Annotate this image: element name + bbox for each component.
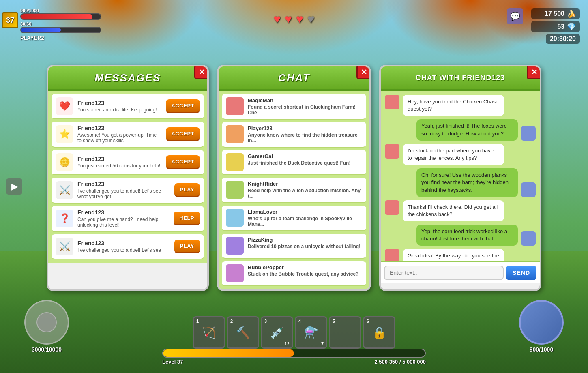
chat-bubble-outgoing: Yep, the corn feed trick worked like a c… xyxy=(385,225,536,246)
chat-close-button[interactable]: ✕ xyxy=(356,65,371,79)
bubble-text-outgoing: Oh, for sure! Use the wooden planks you … xyxy=(416,168,518,197)
joystick-inner xyxy=(36,312,57,332)
side-arrow-button[interactable]: ▶ xyxy=(6,178,22,195)
chat-content: GamerGal Just finished the Duck Detectiv… xyxy=(248,153,350,166)
chat-item[interactable]: LlamaLover Who's up for a team challenge… xyxy=(222,206,366,231)
private-chat-close-button[interactable]: ✕ xyxy=(527,65,541,79)
joystick-outer[interactable] xyxy=(24,300,69,345)
chat-username: BubblePopper xyxy=(248,264,358,270)
chat-avatar xyxy=(226,181,244,199)
chat-avatar xyxy=(226,97,244,115)
private-chat-body: Hey, have you tried the Chicken Chase qu… xyxy=(381,91,540,261)
chat-avatar xyxy=(226,264,244,282)
chat-avatar xyxy=(226,209,244,227)
action-circle[interactable] xyxy=(519,300,564,345)
xp-labels: Level 37 2 500 350 / 5 000 000 xyxy=(162,359,426,365)
slot-icon: 🔒 xyxy=(372,326,386,339)
message-action-button[interactable]: ACCEPT xyxy=(166,127,200,141)
gold-value: 17 500 xyxy=(545,10,564,17)
send-button[interactable]: SEND xyxy=(506,266,536,280)
chat-content: MagicMan Found a secret shortcut in Cluc… xyxy=(248,97,362,116)
chat-content: Player123 Anyone know where to find the … xyxy=(248,125,362,144)
toolbar-slot[interactable]: 4 ⚗️ 7 xyxy=(295,316,327,349)
message-action-button[interactable]: PLAY xyxy=(174,240,200,253)
bubble-text-incoming: I'm stuck on the part where you have to … xyxy=(403,144,504,165)
slot-icon: ⚗️ xyxy=(304,326,318,339)
private-chat-input[interactable] xyxy=(384,266,504,280)
bubble-text-incoming: Thanks! I'll check there. Did you get al… xyxy=(403,200,504,221)
message-item: ⚔️ Friend123 I've challenged you to a du… xyxy=(52,178,204,204)
messages-close-button[interactable]: ✕ xyxy=(194,65,209,79)
messages-body: ❤️ Friend123 You scored an extra life! K… xyxy=(48,91,207,263)
message-icon: ❓ xyxy=(56,210,73,227)
chat-bubble-incoming: Great idea! By the way, did you see the … xyxy=(385,249,536,261)
xp-bar-container xyxy=(162,349,426,358)
bubble-text-outgoing: Yeah, just finished it! The foxes were s… xyxy=(416,119,518,140)
toolbar-slot[interactable]: 3 💉 12 xyxy=(261,316,293,349)
chat-bubble-outgoing: Yeah, just finished it! The foxes were s… xyxy=(385,119,536,140)
chat-body: MagicMan Found a secret shortcut in Cluc… xyxy=(219,91,369,289)
toolbar-slot[interactable]: 5 xyxy=(329,316,361,349)
hp-label: 900/1000 xyxy=(20,8,101,13)
message-action-button[interactable]: ACCEPT xyxy=(166,155,200,169)
message-action-button[interactable]: HELP xyxy=(174,212,200,225)
chat-item[interactable]: MagicMan Found a secret shortcut in Cluc… xyxy=(222,94,366,120)
hp-bar xyxy=(20,13,101,20)
mp-bar xyxy=(20,27,101,33)
chat-avatar xyxy=(226,153,244,171)
outgoing-avatar xyxy=(521,126,536,141)
action-button-area: 900/1000 xyxy=(519,300,564,353)
mp-bar-fill xyxy=(21,28,61,32)
message-action-button[interactable]: ACCEPT xyxy=(166,99,200,113)
private-chat-input-area: SEND xyxy=(381,261,540,283)
gold-icon: 🍌 xyxy=(567,9,576,18)
message-from: Friend123 xyxy=(77,181,170,187)
bottom-right-hp: 900/1000 xyxy=(519,346,564,353)
bottom-left-hp: 3000/10000 xyxy=(24,346,69,353)
hp-bar-fill xyxy=(21,14,92,19)
message-icon: ❤️ xyxy=(56,97,73,115)
hud-top-left: 37 900/1000 30/60 PLAYER2 xyxy=(8,8,101,41)
gem-icon: 💎 xyxy=(567,22,576,31)
mp-label: 30/60 xyxy=(20,21,101,26)
incoming-avatar xyxy=(385,144,399,159)
private-chat-title: CHAT WITH FRIEND123 xyxy=(416,74,505,82)
chat-message: Stuck on the Bubble Trouble quest, any a… xyxy=(248,271,358,277)
message-action-button[interactable]: PLAY xyxy=(174,183,200,197)
incoming-avatar xyxy=(385,200,399,215)
chat-item[interactable]: Player123 Anyone know where to find the … xyxy=(222,122,366,148)
message-item: 🪙 Friend123 You just earned 50 coins for… xyxy=(52,150,204,175)
slot-number: 1 xyxy=(196,319,199,324)
hud-top-right: 17 500 🍌 53 💎 20:30:20 xyxy=(531,8,580,44)
chat-item[interactable]: PizzaKing Delivered 10 pizzas on a unicy… xyxy=(222,234,366,259)
bottom-xp-bar: Level 37 2 500 350 / 5 000 000 xyxy=(162,349,426,365)
message-icon: ⚔️ xyxy=(56,181,73,199)
slot-count: 12 xyxy=(285,341,290,346)
chat-message: Need help with the Alien Abduction missi… xyxy=(248,188,362,199)
chat-item[interactable]: GamerGal Just finished the Duck Detectiv… xyxy=(222,150,366,175)
chat-item[interactable]: KnightRider Need help with the Alien Abd… xyxy=(222,178,366,203)
chat-item[interactable]: BubblePopper Stuck on the Bubble Trouble… xyxy=(222,261,366,286)
message-from: Friend123 xyxy=(77,209,170,216)
message-content: Friend123 You just earned 50 coins for y… xyxy=(77,156,162,169)
message-from: Friend123 xyxy=(77,156,162,162)
outgoing-avatar xyxy=(521,182,536,197)
chat-username: KnightRider xyxy=(248,181,362,187)
joystick-area: 3000/10000 xyxy=(24,300,69,353)
slot-number: 6 xyxy=(367,319,369,324)
chat-avatar xyxy=(226,125,244,143)
xp-bar-fill xyxy=(163,349,294,357)
message-text: Can you give me a hand? I need help unlo… xyxy=(77,217,170,228)
bubble-text-outgoing: Yep, the corn feed trick worked like a c… xyxy=(416,225,518,246)
player-name: PLAYER2 xyxy=(20,35,101,41)
message-content: Friend123 I've challenged you to a duel!… xyxy=(77,181,170,199)
chat-message: Who's up for a team challenge in Spookyv… xyxy=(248,216,362,227)
messages-panel-title: MESSAGES xyxy=(94,72,161,84)
message-from: Friend123 xyxy=(77,240,170,247)
message-text: You just earned 50 coins for your help! xyxy=(77,163,162,169)
toolbar-slot[interactable]: 2 🔨 xyxy=(227,316,259,349)
chat-icon-button[interactable]: 💬 xyxy=(507,8,523,24)
toolbar-slot[interactable]: 6 🔒 xyxy=(363,316,395,349)
message-item: ⚔️ Friend123 I've challenged you to a du… xyxy=(52,234,204,259)
toolbar-slot[interactable]: 1 🏹 xyxy=(193,316,225,349)
